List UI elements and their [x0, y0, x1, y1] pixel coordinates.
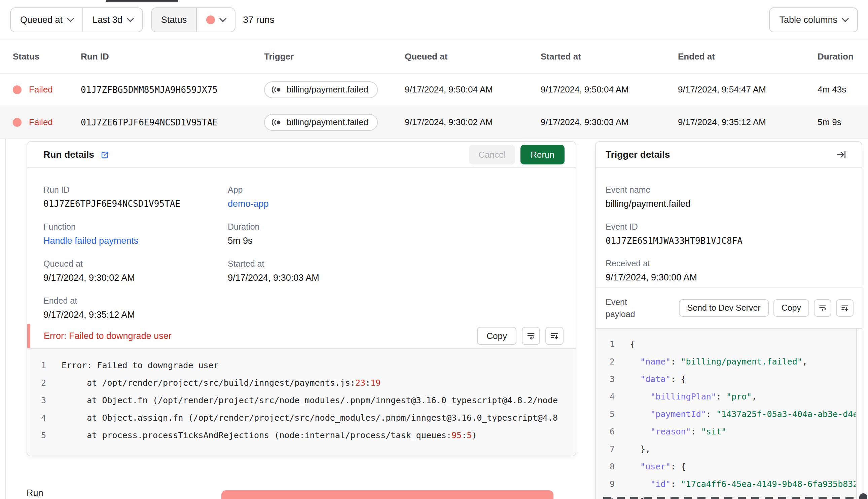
- run-timeline: Run: [0, 486, 868, 499]
- code-line: 1{: [596, 336, 861, 353]
- field-value-app[interactable]: demo-app: [228, 199, 576, 209]
- trigger-badge[interactable]: billing/payment.failed: [264, 81, 378, 98]
- line-number: 5: [596, 405, 615, 423]
- wrap-text-button[interactable]: [814, 299, 831, 317]
- started-at-cell: 9/17/2024, 9:50:04 AM: [541, 84, 678, 95]
- field-event-id: Event ID01J7ZE6S1MJWA33HT9B1VJC8FA: [606, 222, 861, 246]
- field-label: Function: [44, 222, 228, 232]
- trigger-details-header: Trigger details: [596, 142, 861, 168]
- ended-at-cell: 9/17/2024, 9:35:12 AM: [678, 117, 818, 127]
- trigger-badge[interactable]: billing/payment.failed: [264, 114, 378, 131]
- table-columns-label: Table columns: [779, 15, 837, 25]
- filter-toolbar: Queued at Last 3d Status 37 runs Table c…: [0, 0, 868, 40]
- field-label: Event name: [606, 185, 861, 195]
- table-row[interactable]: Failed01J7ZFBG5DMM85MJA9H659JX75billing/…: [0, 74, 868, 106]
- field-function: FunctionHandle failed payments: [44, 222, 228, 246]
- line-text: "paymentId": "1437a25f-05a3-404a-ab3e-d4…: [630, 405, 856, 423]
- field-label: Queued at: [44, 259, 228, 269]
- wrap-text-button[interactable]: [522, 327, 540, 345]
- time-filter-group: Queued at Last 3d: [10, 8, 143, 32]
- started-at-cell: 9/17/2024, 9:30:03 AM: [541, 117, 678, 127]
- code-line: 6 "reason": "sit": [596, 423, 861, 440]
- status-dot-icon: [13, 118, 22, 127]
- run-timeline-bar[interactable]: [221, 490, 553, 499]
- runs-table-body: Failed01J7ZFBG5DMM85MJA9H659JX75billing/…: [0, 74, 868, 139]
- chevron-down-icon: [67, 15, 74, 22]
- run-details-header: Run details Cancel Rerun: [27, 142, 576, 168]
- code-line: 4 "billingPlan": "pro",: [596, 388, 861, 405]
- line-text: at /opt/render/project/src/build/inngest…: [62, 374, 576, 392]
- line-number: 7: [596, 440, 615, 458]
- line-number: 2: [596, 353, 615, 370]
- event-icon: [272, 119, 281, 126]
- line-text: "reason": "sit": [630, 423, 856, 440]
- line-number: 1: [27, 357, 46, 374]
- field-received-at: Received at9/17/2024, 9:30:00 AM: [606, 258, 861, 283]
- event-payload-actions: Send to Dev Server Copy: [679, 299, 854, 317]
- duration-cell: 5m 9s: [818, 117, 868, 127]
- field-label: Ended at: [44, 296, 228, 306]
- status-cell: Failed: [13, 84, 81, 95]
- column-header-run-id: Run ID: [81, 51, 264, 62]
- rerun-button[interactable]: Rerun: [520, 145, 565, 165]
- trigger-header-actions: [832, 146, 851, 164]
- field-queued-at: Queued at9/17/2024, 9:30:02 AM: [44, 259, 228, 283]
- cancel-button[interactable]: Cancel: [469, 145, 515, 165]
- status-filter-group: Status: [151, 8, 236, 32]
- line-text: "name": "billing/payment.failed",: [630, 353, 856, 370]
- external-link-icon[interactable]: [100, 150, 109, 159]
- collapse-panel-icon[interactable]: [832, 146, 851, 164]
- table-columns-button[interactable]: Table columns: [769, 8, 858, 32]
- run-details-actions: Cancel Rerun: [469, 145, 565, 165]
- field-value-event-id: 01J7ZE6S1MJWA33HT9B1VJC8FA: [606, 236, 861, 246]
- field-label: Started at: [228, 259, 576, 269]
- send-to-dev-server-button[interactable]: Send to Dev Server: [679, 299, 769, 317]
- code-line: 2 at /opt/render/project/src/build/innge…: [27, 374, 576, 392]
- scroll-to-bottom-button[interactable]: [545, 327, 564, 345]
- field-label: Event ID: [606, 222, 861, 232]
- status-dot-icon: [13, 85, 22, 94]
- code-line: 5 "paymentId": "1437a25f-05a3-404a-ab3e-…: [596, 405, 861, 423]
- time-range-filter-button[interactable]: Last 3d: [82, 8, 142, 32]
- payload-scrollbar-track[interactable]: [856, 329, 861, 499]
- error-title: Error: Failed to downgrade user: [44, 331, 172, 341]
- code-line: 1Error: Failed to downgrade user: [27, 357, 576, 374]
- run-timeline-label: Run: [27, 488, 44, 498]
- field-started-at: Started at9/17/2024, 9:30:03 AM: [228, 259, 576, 283]
- trigger-badge-label: billing/payment.failed: [287, 84, 369, 95]
- field-label: Duration: [228, 222, 576, 232]
- status-filter-value-button[interactable]: [196, 8, 235, 32]
- status-label: Failed: [29, 117, 53, 127]
- queued-at-filter-label: Queued at: [20, 15, 63, 25]
- trigger-details-fields: Event namebilling/payment.failedEvent ID…: [596, 168, 861, 287]
- field-value-started-at: 9/17/2024, 9:30:03 AM: [228, 273, 576, 283]
- run-details-title: Run details: [44, 149, 94, 160]
- field-value-function[interactable]: Handle failed payments: [44, 236, 228, 246]
- copy-error-button[interactable]: Copy: [477, 327, 516, 345]
- scrollbar-thumb[interactable]: [859, 493, 867, 499]
- trigger-cell: billing/payment.failed: [264, 114, 405, 131]
- line-text: {: [630, 336, 856, 353]
- line-number: 4: [596, 388, 615, 405]
- line-number: 3: [27, 392, 46, 409]
- queued-at-filter-button[interactable]: Queued at: [11, 8, 82, 32]
- field-event-name: Event namebilling/payment.failed: [606, 185, 861, 209]
- copy-payload-button[interactable]: Copy: [773, 299, 809, 317]
- line-number: 3: [596, 370, 615, 388]
- line-text: at Object.assign.fn (/opt/render/project…: [62, 409, 576, 427]
- status-label: Failed: [29, 84, 53, 95]
- column-header-started-at: Started at: [541, 51, 678, 62]
- field-ended-at: Ended at9/17/2024, 9:35:12 AM: [44, 296, 228, 320]
- queued-at-cell: 9/17/2024, 9:50:04 AM: [405, 84, 541, 95]
- status-cell: Failed: [13, 117, 81, 127]
- line-number: 6: [596, 423, 615, 440]
- scroll-to-bottom-button[interactable]: [836, 299, 854, 317]
- field-value-event-name: billing/payment.failed: [606, 199, 861, 209]
- error-accent-bar: [27, 324, 30, 348]
- ended-at-cell: 9/17/2024, 9:54:47 AM: [678, 84, 818, 95]
- run-details-fields: Run ID01J7ZE6TPJF6E94NCSD1V95TAEAppdemo-…: [27, 168, 576, 324]
- expanded-run-row: Run details Cancel Rerun Run ID01J7ZE6TP…: [0, 139, 868, 499]
- column-header-queued-at: Queued at: [405, 51, 541, 62]
- table-row[interactable]: Failed01J7ZE6TPJF6E94NCSD1V95TAEbilling/…: [0, 106, 868, 139]
- failed-status-dot-icon: [206, 15, 215, 24]
